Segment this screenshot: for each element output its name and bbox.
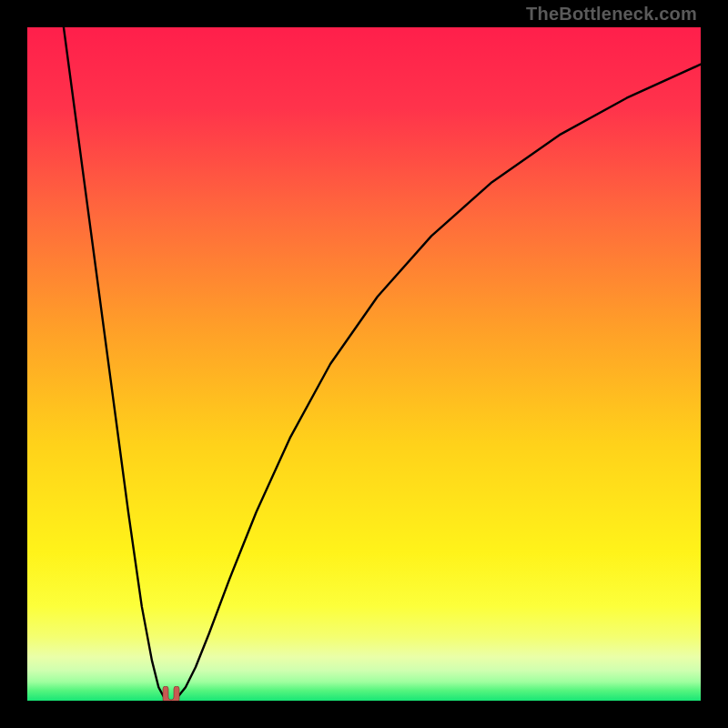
- curve-left-branch: [64, 27, 164, 697]
- chart-frame: TheBottleneck.com: [0, 0, 728, 728]
- plot-area: [27, 27, 701, 701]
- curve-right-branch: [177, 65, 701, 698]
- curve: [27, 27, 701, 701]
- watermark-text: TheBottleneck.com: [526, 4, 697, 25]
- optimum-marker: [159, 686, 183, 701]
